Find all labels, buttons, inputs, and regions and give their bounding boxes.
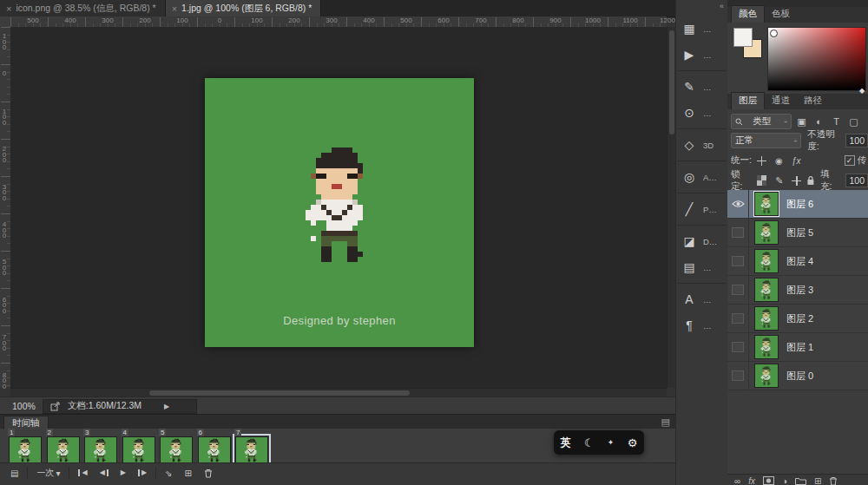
brush-panel-button[interactable]: ✎… xyxy=(681,75,724,98)
close-icon[interactable]: × xyxy=(6,3,11,14)
character-panel-button[interactable]: A… xyxy=(681,288,724,311)
link-layers-icon[interactable]: ∞ xyxy=(734,476,740,485)
layer-thumbnail[interactable] xyxy=(754,220,779,245)
input-language-button[interactable]: 英 xyxy=(561,436,571,450)
layer-name[interactable]: 图层 0 xyxy=(786,370,813,383)
frame-thumbnail[interactable] xyxy=(235,436,268,463)
paths-panel-button[interactable]: ╱P… xyxy=(681,198,724,220)
tween-frames-icon[interactable]: ⇘ xyxy=(161,467,175,479)
visibility-empty-box[interactable] xyxy=(732,256,744,266)
lock-pixels-brush-icon[interactable]: ✎ xyxy=(772,175,786,187)
tab-paths[interactable]: 路径 xyxy=(797,93,829,109)
timeline-menu-icon[interactable]: ▤ xyxy=(661,416,670,428)
frame-thumbnail[interactable] xyxy=(47,436,80,463)
color-cursor[interactable] xyxy=(770,29,778,37)
play-button[interactable]: ▶ xyxy=(117,467,129,479)
tab-timeline[interactable]: 时间轴 xyxy=(3,416,49,429)
tab-color[interactable]: 颜色 xyxy=(731,5,765,23)
convert-to-video-timeline-icon[interactable]: ▤ xyxy=(7,467,22,479)
visibility-toggle[interactable] xyxy=(727,190,749,218)
visibility-empty-box[interactable] xyxy=(732,370,744,381)
tab-swatches[interactable]: 色板 xyxy=(765,6,797,23)
color-picker-gradient[interactable] xyxy=(767,27,866,91)
visibility-toggle[interactable] xyxy=(727,362,749,390)
layer-row[interactable]: 图层 3 xyxy=(727,276,868,305)
layer-row[interactable]: 图层 2 xyxy=(727,305,868,333)
layer-thumbnail[interactable] xyxy=(754,335,779,359)
layer-row[interactable]: 图层 6 xyxy=(727,190,868,219)
layer-thumbnail[interactable] xyxy=(754,364,779,388)
previous-frame-button[interactable]: ◀ xyxy=(96,467,112,479)
layer-name[interactable]: 图层 4 xyxy=(786,255,813,268)
filter-shape-layers-icon[interactable]: ▢ xyxy=(846,116,861,128)
visibility-toggle[interactable] xyxy=(727,219,749,246)
lock-all-icon[interactable] xyxy=(806,175,815,186)
layer-mask-icon[interactable] xyxy=(763,476,774,485)
layer-thumbnail[interactable] xyxy=(754,249,779,273)
zoom-level-field[interactable]: 100% xyxy=(12,401,36,411)
unify-position-icon[interactable] xyxy=(757,156,766,166)
layer-thumbnail[interactable] xyxy=(754,192,779,216)
frame-thumbnail[interactable] xyxy=(122,436,155,463)
clone-source-panel-button[interactable]: ⊙… xyxy=(681,102,724,124)
visibility-empty-box[interactable] xyxy=(732,285,744,295)
visibility-empty-box[interactable] xyxy=(732,313,744,324)
visibility-toggle[interactable] xyxy=(727,333,749,361)
history-panel-button[interactable]: ▦… xyxy=(681,17,724,40)
foreground-color-swatch[interactable] xyxy=(733,28,753,47)
duplicate-frame-icon[interactable]: ⊞ xyxy=(181,467,195,479)
lock-position-icon[interactable] xyxy=(792,176,801,186)
actions-panel-button[interactable]: ▶… xyxy=(681,43,724,66)
scrollbar-thumb[interactable] xyxy=(669,30,674,134)
sparkle-icon[interactable]: ✦ xyxy=(608,438,615,447)
layer-row[interactable]: 图层 5 xyxy=(727,219,868,247)
frame-thumbnail[interactable] xyxy=(198,436,231,463)
moon-icon[interactable]: ☾ xyxy=(584,436,595,449)
opacity-value[interactable]: 100 xyxy=(845,134,868,147)
paragraph-panel-button[interactable]: ¶… xyxy=(681,314,724,337)
first-frame-button[interactable]: ◀ xyxy=(75,467,90,479)
layer-name[interactable]: 图层 3 xyxy=(786,284,813,297)
filter-type-select[interactable]: 类型 ÷ xyxy=(731,114,792,129)
layer-thumbnail[interactable] xyxy=(754,278,779,302)
frame-thumbnail[interactable] xyxy=(9,436,42,463)
delete-layer-icon[interactable] xyxy=(829,476,838,485)
layer-row[interactable]: 图层 0 xyxy=(727,362,868,390)
layer-style-fx-icon[interactable]: fx xyxy=(748,476,755,485)
frame-thumbnail[interactable] xyxy=(84,436,117,463)
collapse-panels-icon[interactable]: ‹‹ xyxy=(720,2,723,10)
adjustment-layer-icon[interactable]: ◑ xyxy=(782,476,787,485)
unify-visibility-icon[interactable]: ◉ xyxy=(772,156,786,166)
visibility-toggle[interactable] xyxy=(727,276,749,304)
3d-panel-button[interactable]: ◇3D xyxy=(681,134,724,156)
layer-thumbnail[interactable] xyxy=(754,306,779,331)
tiles-panel-button[interactable]: ▤… xyxy=(681,256,724,279)
loop-option-select[interactable]: 一次 ▾ xyxy=(33,467,63,479)
status-arrow-icon[interactable]: ▶ xyxy=(164,403,169,410)
filter-type-layers-icon[interactable]: T xyxy=(829,116,844,127)
new-group-folder-icon[interactable] xyxy=(795,476,806,485)
scrollbar-thumb[interactable] xyxy=(149,390,410,396)
tab-layers[interactable]: 图层 xyxy=(731,92,765,109)
fill-value[interactable]: 100 xyxy=(845,174,868,187)
visibility-toggle[interactable] xyxy=(727,247,749,275)
layer-name[interactable]: 图层 5 xyxy=(786,226,813,239)
gear-icon[interactable]: ⚙ xyxy=(628,436,638,449)
layer-name[interactable]: 图层 6 xyxy=(786,198,813,211)
tab-1-jpg[interactable]: × 1.jpg @ 100% (图层 6, RGB/8) * xyxy=(166,0,322,16)
tab-icon-png[interactable]: × icon.png @ 38.5% (信息, RGB/8) * xyxy=(0,0,166,16)
layer-row[interactable]: 图层 1 xyxy=(727,333,868,362)
lock-transparency-icon[interactable] xyxy=(757,175,767,186)
visibility-empty-box[interactable] xyxy=(732,342,744,352)
visibility-toggle[interactable] xyxy=(727,305,749,332)
layer-name[interactable]: 图层 1 xyxy=(786,341,813,354)
new-layer-icon[interactable]: ⊞ xyxy=(814,476,821,485)
panel-a-button[interactable]: ◎A… xyxy=(681,166,724,188)
layer-name[interactable]: 图层 2 xyxy=(786,312,813,325)
pasteboard[interactable]: Designed by stephen xyxy=(10,27,667,388)
document-info[interactable]: 文档:1.60M/12.3M ▶ xyxy=(43,399,197,414)
unify-style-icon[interactable]: ƒx xyxy=(792,156,801,166)
canvas[interactable]: Designed by stephen xyxy=(205,78,474,347)
blend-mode-select[interactable]: 正常÷ xyxy=(731,133,801,148)
filter-pixel-layers-icon[interactable]: ▣ xyxy=(794,116,809,128)
